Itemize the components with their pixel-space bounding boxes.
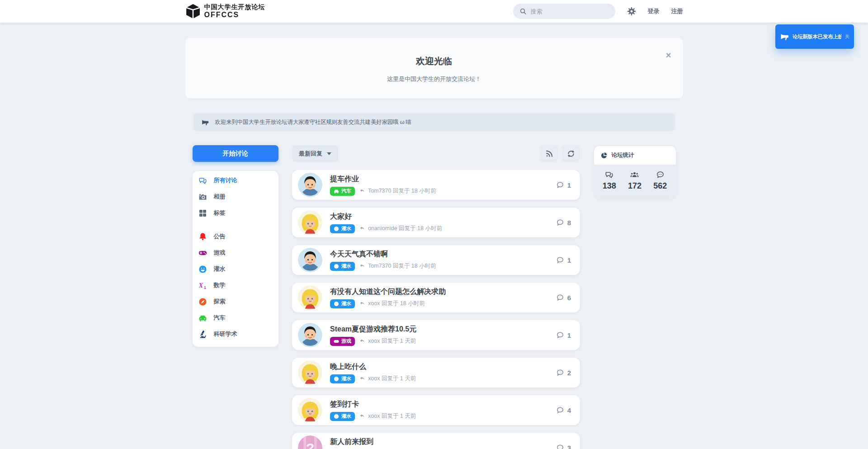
tag-badge[interactable]: 灌水 bbox=[330, 262, 355, 271]
sidebar-item-label: 相册 bbox=[214, 193, 226, 201]
sort-dropdown[interactable]: 最新回复 bbox=[292, 145, 338, 162]
discussion-item[interactable]: Steam夏促游戏推荐10.5元 游戏 xoox 回复于 1 天前 1 bbox=[292, 320, 580, 350]
stat-value: 172 bbox=[628, 181, 642, 191]
logo-title: 中国大学生开放论坛 bbox=[204, 4, 265, 11]
discussion-item[interactable]: 签到打卡 灌水 xoox 回复于 1 天前 4 bbox=[292, 395, 580, 425]
discussion-list: 提车作业 汽车 Tom7370 回复于 18 小时前 1 大家好 bbox=[292, 170, 580, 449]
discussion-item[interactable]: 提车作业 汽车 Tom7370 回复于 18 小时前 1 bbox=[292, 170, 580, 200]
svg-text:X: X bbox=[198, 282, 203, 288]
discussion-item[interactable]: 大家好 灌水 onaniomide 回复于 18 小时前 8 bbox=[292, 208, 580, 237]
announcement-banner: 欢迎来到中国大学生开放论坛请大家遵守社区规则友善交流共建美好家园哦 ω 喵 bbox=[193, 113, 675, 131]
gear-icon[interactable] bbox=[627, 7, 636, 16]
logo-text: 中国大学生开放论坛 OFFCCS bbox=[204, 4, 265, 19]
search-input[interactable] bbox=[531, 8, 603, 15]
sidebar-item-label: 科研学术 bbox=[214, 330, 237, 338]
sidebar-item-research[interactable]: 科研学术 bbox=[193, 326, 278, 342]
sidebar-item-announcements[interactable]: 公告 bbox=[193, 228, 278, 245]
discussion-title[interactable]: 晚上吃什么 bbox=[330, 362, 416, 372]
comment-bubble-icon bbox=[556, 256, 564, 264]
refresh-button[interactable] bbox=[562, 145, 580, 162]
microscope-icon bbox=[198, 330, 208, 339]
megaphone-icon bbox=[201, 118, 209, 126]
tag-badge[interactable]: 灌水 bbox=[330, 299, 355, 308]
grin-face-icon bbox=[334, 376, 339, 382]
stats-values: 138 172 562 bbox=[594, 165, 676, 198]
reply-count[interactable]: 1 bbox=[556, 256, 571, 264]
sidebar-item-tags[interactable]: 标签 bbox=[193, 205, 278, 221]
discussion-title[interactable]: 大家好 bbox=[330, 212, 442, 222]
compass-icon bbox=[198, 297, 208, 306]
tag-label: 灌水 bbox=[341, 413, 351, 420]
signup-button[interactable]: 注册 bbox=[671, 7, 683, 15]
avatar bbox=[298, 173, 322, 197]
sidebar-item-casual[interactable]: 灌水 bbox=[193, 261, 278, 277]
discussion-title[interactable]: 签到打卡 bbox=[330, 400, 416, 409]
tag-badge[interactable]: 游戏 bbox=[330, 337, 355, 346]
reply-count[interactable]: 1 bbox=[556, 181, 571, 189]
tag-badge[interactable]: 汽车 bbox=[330, 187, 355, 196]
grin-face-icon bbox=[334, 264, 339, 269]
grin-face-icon bbox=[334, 226, 339, 232]
discussion-item[interactable]: 晚上吃什么 灌水 xoox 回复于 1 天前 2 bbox=[292, 358, 580, 388]
discussion-title[interactable]: 新人前来报到 bbox=[330, 437, 373, 447]
sidebar-item-explore[interactable]: 探索 bbox=[193, 293, 278, 310]
grid-icon bbox=[198, 208, 208, 217]
reply-count[interactable]: 3 bbox=[556, 444, 571, 449]
sidebar-item-label: 探索 bbox=[214, 298, 226, 306]
gamepad-icon bbox=[334, 339, 339, 344]
last-reply-meta: xoox 回复于 1 天前 bbox=[359, 337, 416, 345]
tag-badge[interactable]: 灌水 bbox=[330, 412, 355, 421]
discussion-item[interactable]: 今天天气真不错啊 灌水 Tom7370 回复于 18 小时前 1 bbox=[292, 245, 580, 275]
list-toolbar: 最新回复 bbox=[292, 145, 580, 162]
sidebar-item-all-discussions[interactable]: 所有讨论 bbox=[193, 172, 278, 189]
sidebar-item-label: 公告 bbox=[214, 232, 226, 241]
grin-face-icon bbox=[334, 301, 339, 307]
camera-retro-icon bbox=[198, 192, 208, 201]
tag-label: 灌水 bbox=[341, 225, 351, 232]
discussion-title[interactable]: Steam夏促游戏推荐10.5元 bbox=[330, 325, 416, 334]
discussion-title[interactable]: 今天天气真不错啊 bbox=[330, 250, 436, 259]
gamepad-icon bbox=[198, 248, 208, 257]
sidebar: 开始讨论 所有讨论 相册 标签 公告 游戏 灌水 X1 数学 探索 汽车 bbox=[193, 145, 278, 449]
rss-button[interactable] bbox=[540, 145, 558, 162]
reply-arrow-icon bbox=[359, 338, 365, 344]
hero-subtitle: 这里是中国大学生的开放交流论坛！ bbox=[185, 75, 683, 83]
sidebar-item-label: 灌水 bbox=[214, 265, 226, 273]
sidebar-item-cars[interactable]: 汽车 bbox=[193, 310, 278, 326]
sidebar-item-label: 标签 bbox=[214, 209, 226, 217]
start-discussion-button[interactable]: 开始讨论 bbox=[193, 145, 278, 162]
sidebar-item-albums[interactable]: 相册 bbox=[193, 189, 278, 205]
discussion-title[interactable]: 提车作业 bbox=[330, 175, 436, 184]
discussion-area: 最新回复 提车作业 bbox=[292, 145, 580, 449]
forum-logo[interactable]: 中国大学生开放论坛 OFFCCS bbox=[185, 4, 265, 19]
discussion-item[interactable]: 有没有人知道这个问题怎么解决求助 灌水 xoox 回复于 18 小时前 6 bbox=[292, 283, 580, 312]
sidebar-item-label: 汽车 bbox=[214, 314, 226, 322]
reply-count[interactable]: 4 bbox=[556, 406, 571, 414]
sidebar-item-games[interactable]: 游戏 bbox=[193, 245, 278, 261]
bell-icon bbox=[198, 232, 208, 241]
reply-count-value: 1 bbox=[567, 331, 571, 339]
notification-toast[interactable]: 论坛新版本已发布上线~ 关 bbox=[775, 24, 854, 49]
reply-arrow-icon bbox=[359, 188, 365, 194]
discussion-item[interactable]: ? 新人前来报到 3 bbox=[292, 433, 580, 449]
reply-count-value: 1 bbox=[567, 256, 571, 264]
hero-close-button[interactable]: × bbox=[666, 51, 671, 60]
top-header: 中国大学生开放论坛 OFFCCS 登录 注册 bbox=[0, 0, 868, 23]
tag-label: 汽车 bbox=[341, 188, 351, 194]
reply-count[interactable]: 2 bbox=[556, 369, 571, 377]
search-box[interactable] bbox=[513, 4, 615, 19]
last-reply-meta: Tom7370 回复于 18 小时前 bbox=[359, 262, 436, 270]
login-button[interactable]: 登录 bbox=[648, 7, 660, 15]
reply-arrow-icon bbox=[359, 413, 365, 419]
tag-badge[interactable]: 灌水 bbox=[330, 374, 355, 383]
discussion-title[interactable]: 有没有人知道这个问题怎么解决求助 bbox=[330, 287, 446, 297]
reply-count[interactable]: 8 bbox=[556, 218, 571, 227]
reply-count[interactable]: 6 bbox=[556, 293, 571, 302]
toast-close-button[interactable]: 关 bbox=[845, 33, 849, 40]
sidebar-item-math[interactable]: X1 数学 bbox=[193, 277, 278, 293]
last-reply-meta: xoox 回复于 1 天前 bbox=[359, 375, 416, 383]
toast-message: 论坛新版本已发布上线~ bbox=[793, 33, 841, 40]
reply-count[interactable]: 1 bbox=[556, 331, 571, 339]
comment-bubble-icon bbox=[556, 218, 564, 227]
tag-badge[interactable]: 灌水 bbox=[330, 224, 355, 233]
